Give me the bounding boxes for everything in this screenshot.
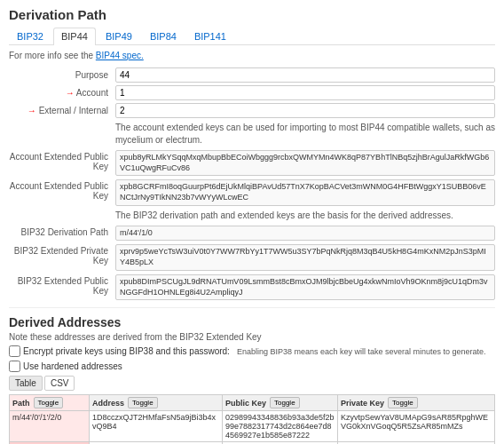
csv-tab-row: Table CSV — [9, 376, 495, 391]
bip32-info: The BIP32 derivation path and extended k… — [115, 210, 495, 222]
bip32-section: BIP32 Derivation Path m/44'/1/0 BIP32 Ex… — [9, 226, 495, 300]
account-extended-public-key-row: Account Extended Public Key xpub8yRLMkYS… — [9, 150, 495, 176]
encrypt-note: Enabling BIP38 means each key will take … — [237, 347, 486, 356]
cell-public-key: 02989943348836b93a3de5f2b99e7882317743d2… — [223, 411, 338, 442]
path-header: Path Toggle — [10, 395, 90, 411]
tab-bip49[interactable]: BIP49 — [98, 28, 140, 44]
page-title: Derivation Path — [9, 7, 495, 22]
purpose-section: Purpose → Account → External / Internal — [9, 67, 495, 118]
cell-path: m/44'/0'/1'/2/0 — [10, 411, 90, 442]
account-input[interactable] — [115, 85, 495, 100]
toggle-pubkey-button[interactable]: Toggle — [270, 397, 300, 408]
hardened-row: Use hardened addresses — [9, 361, 495, 372]
bip32-private-key-label: BIP32 Extended Private Key — [9, 244, 115, 266]
derived-title: Derived Addresses — [9, 315, 495, 329]
tab-table[interactable]: Table — [9, 376, 43, 391]
address-header: Address Toggle — [90, 395, 223, 411]
bip32-private-key-row: BIP32 Extended Private Key xprv9p5weYcTs… — [9, 244, 495, 270]
bip44-spec-link[interactable]: BIP44 spec. — [96, 51, 144, 60]
table-row: m/44'/0'/1'/2/0 1D8cczxQJT2HMfaFsN5a9jBi… — [10, 411, 495, 442]
account-row: → Account — [9, 85, 495, 100]
hardened-checkbox[interactable] — [9, 361, 20, 372]
purpose-row: Purpose — [9, 67, 495, 83]
account-extended-private-key-value: xpb8GCRFmI8oqGuurpPt6dEjUkMlqiBPAvUd57Tn… — [115, 179, 495, 205]
tab-bip84[interactable]: BIP84 — [142, 28, 185, 44]
toggle-path-button[interactable]: Toggle — [34, 397, 64, 408]
more-info-text: For more info see the BIP44 spec. — [9, 51, 495, 60]
hardened-label[interactable]: Use hardened addresses — [23, 361, 122, 371]
cell-private-key: KzyvtpSewYaV8UMApG9sAR85RpghWEVG0kXnVGoq… — [338, 411, 495, 442]
account-extended-private-key-row: Account Extended Public Key xpb8GCRFmI8o… — [9, 179, 495, 205]
toggle-privkey-button[interactable]: Toggle — [388, 397, 418, 408]
account-label: → Account — [9, 88, 115, 98]
purpose-label: Purpose — [9, 70, 115, 80]
encrypt-row: Encrypt private keys using BIP38 and thi… — [9, 345, 495, 357]
bip32-path-row: BIP32 Derivation Path m/44'/1/0 — [9, 226, 495, 242]
tab-csv[interactable]: CSV — [44, 376, 75, 391]
account-extended-private-key-label: Account Extended Public Key — [9, 179, 115, 201]
tab-bar: BIP32 BIP44 BIP49 BIP84 BIP141 — [9, 28, 495, 45]
account-extended-public-key-label: Account Extended Public Key — [9, 150, 115, 171]
encrypt-checkbox-label[interactable]: Encrypt private keys using BIP38 and thi… — [9, 345, 230, 357]
bip32-public-key-row: BIP32 Extended Public Key xpub8DImPSCUgJ… — [9, 274, 495, 300]
private-key-header: Private Key Toggle — [338, 395, 495, 411]
account-extended-public-key-value: xpub8yRLMkYSqqMxqMbupBbECoiWbggg9rcbxQWM… — [115, 150, 495, 176]
derived-note: Note these addresses are derived from th… — [9, 332, 495, 342]
derived-table: Path Toggle Address Toggle Public Key — [9, 394, 495, 444]
main-container: Derivation Path BIP32 BIP44 BIP49 BIP84 … — [0, 0, 504, 444]
bip32-public-key-value: xpub8DImPSCUgJL9dRNATUmV09LsmmBst8cBmxOJ… — [115, 274, 495, 300]
bip32-path-label: BIP32 Derivation Path — [9, 226, 115, 237]
bip32-public-key-label: BIP32 Extended Public Key — [9, 274, 115, 296]
bip32-private-key-value: xprv9p5weYcTsW3uiV0t0Y7WW7RbYy1T7WW5u3SY… — [115, 244, 495, 270]
toggle-address-button[interactable]: Toggle — [128, 397, 158, 408]
external-internal-label: → External / Internal — [9, 106, 115, 115]
tab-bip32[interactable]: BIP32 — [9, 28, 51, 44]
account-info: The account extended keys can be used fo… — [115, 122, 495, 147]
tab-bip141[interactable]: BIP141 — [186, 28, 234, 44]
external-internal-input[interactable] — [115, 103, 495, 118]
bip32-path-value: m/44'/1/0 — [115, 226, 495, 242]
purpose-input[interactable] — [115, 67, 495, 83]
derived-section: Derived Addresses Note these addresses a… — [9, 315, 495, 444]
table-header-row: Path Toggle Address Toggle Public Key — [10, 395, 495, 411]
encrypt-checkbox[interactable] — [9, 345, 20, 357]
cell-address: 1D8cczxQJT2HMfaFsN5a9jBi3b4xvQ9B4 — [90, 411, 223, 442]
public-key-header: Public Key Toggle — [223, 395, 338, 411]
tab-bip44[interactable]: BIP44 — [53, 28, 96, 45]
section-divider — [9, 307, 495, 308]
external-internal-row: → External / Internal — [9, 103, 495, 118]
